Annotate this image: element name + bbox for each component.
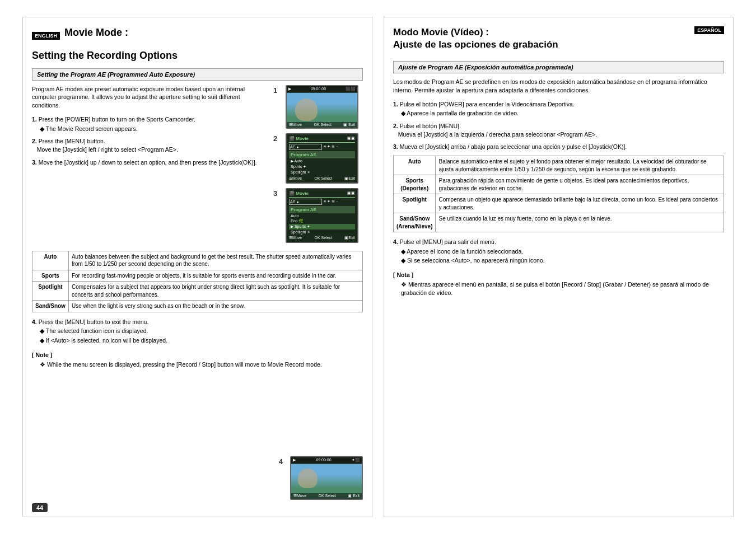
option-label-sports-es: Sports (Deportes) xyxy=(394,175,436,194)
table-row: Sports For recording fast-moving people … xyxy=(32,270,363,282)
option-label-auto-es: Auto xyxy=(394,156,436,175)
option-desc-spotlight-es: Compensa un objeto que aparece demasiado… xyxy=(436,194,724,213)
option-desc-auto: Auto balances between the subject and ba… xyxy=(68,251,362,270)
option-label-sports: Sports xyxy=(32,270,69,282)
right-intro: Los modos de Program AE se predefinen en… xyxy=(393,78,724,94)
right-note: [ Nota ] Mientras aparece el menú en pan… xyxy=(393,271,724,297)
right-title-line2: Ajuste de las opciones de grabación xyxy=(393,39,558,50)
cam-top-bar-1: ▶ 09:00:00 ⬛⬛ xyxy=(287,86,357,92)
right-step-2: 2. Pulse el botón [MENU]. Mueva el [Joys… xyxy=(393,122,724,138)
option-desc-auto-es: Balance automático entre el sujeto y el … xyxy=(436,156,724,175)
option-label-auto: Auto xyxy=(32,251,69,270)
screen-row-3: 3 🎬 Movie ▣▣ AE ● ☀ ✦ ≋ ·· Program AE Au… xyxy=(273,188,363,243)
left-subsection-title: Setting the Program AE (Programmed Auto … xyxy=(32,68,363,81)
left-title-line2: Setting the Recording Options xyxy=(32,50,178,61)
menu-title-3: Program AE xyxy=(289,206,355,213)
table-row: Spotlight Compensa un objeto que aparece… xyxy=(394,194,724,213)
right-steps: 1. Pulse el botón [POWER] para encender … xyxy=(393,100,724,151)
option-label-spotlight: Spotlight xyxy=(32,282,69,301)
right-step-1: 1. Pulse el botón [POWER] para encender … xyxy=(393,100,724,118)
screen-row-4: 4 ▶ 09:00:00 ✦⬛ ☰Move OK Select ▣ Exit xyxy=(279,456,363,500)
cam-time-1: 09:00:00 xyxy=(311,87,326,91)
page-number: 44 xyxy=(32,503,48,512)
option-desc-sandsnow-es: Se utiliza cuando la luz es muy fuerte, … xyxy=(436,213,724,232)
english-badge: ENGLISH xyxy=(32,32,60,40)
left-title-inline: Movie Mode : xyxy=(64,26,128,39)
camera-screenshots-left: 1 ▶ 09:00:00 ⬛⬛ ☰Move OK Select ▣ Exit xyxy=(273,85,363,247)
table-row: Sand/Snow Use when the light is very str… xyxy=(32,301,363,312)
cam-time-4: 09:00:00 xyxy=(316,458,331,462)
right-main-title: Modo Movie (Vídeo) : Ajuste de las opcio… xyxy=(393,26,558,51)
cam-top-bar-4: ▶ 09:00:00 ✦⬛ xyxy=(291,457,362,463)
cam-screen-3: 🎬 Movie ▣▣ AE ● ☀ ✦ ≋ ·· Program AE Auto… xyxy=(286,188,358,243)
right-title-line1: Modo Movie (Vídeo) : xyxy=(393,27,489,38)
right-column: Modo Movie (Vídeo) : Ajuste de las opcio… xyxy=(384,17,734,517)
option-label-spotlight-es: Spotlight xyxy=(394,194,436,213)
left-title-line1: Movie Mode : xyxy=(64,27,128,38)
left-step-4: 4. Press the [MENU] button to exit the m… xyxy=(32,318,363,345)
right-step-3: 3. Mueva el [Joystick] arriba / abajo pa… xyxy=(393,143,724,151)
option-desc-sports-es: Para grabación rápida con movimiento de … xyxy=(436,175,724,194)
option-desc-sports: For recording fast-moving people or obje… xyxy=(68,270,362,282)
right-header: Modo Movie (Vídeo) : Ajuste de las opcio… xyxy=(393,26,724,57)
cam-screen-1: ▶ 09:00:00 ⬛⬛ ☰Move OK Select ▣ Exit xyxy=(286,85,358,129)
option-desc-spotlight: Compensates for a subject that appears t… xyxy=(68,282,362,301)
left-header: ENGLISH Movie Mode : xyxy=(32,26,363,45)
right-subsection-title: Ajuste de Program AE (Exposición automát… xyxy=(393,61,724,73)
option-label-sandsnow-es: Sand/Snow (Arena/Nieve) xyxy=(394,213,436,232)
right-options-table: Auto Balance automático entre el sujeto … xyxy=(393,156,724,232)
cam-screen-2: 🎬 Movie ▣▣ AE ● ☀ ✦ ≋ ·· Program AE ▶ Au… xyxy=(286,133,358,184)
screen-row-1: 1 ▶ 09:00:00 ⬛⬛ ☰Move OK Select ▣ Exit xyxy=(273,85,363,129)
table-row: Auto Auto balances between the subject a… xyxy=(32,251,363,270)
spanish-badge: ESPAÑOL xyxy=(694,26,724,34)
left-column: ENGLISH Movie Mode : Setting the Recordi… xyxy=(22,17,372,517)
cam-bottom-bar-1: ☰Move OK Select ▣ Exit xyxy=(287,122,357,128)
cam-screen-4: ▶ 09:00:00 ✦⬛ ☰Move OK Select ▣ Exit xyxy=(290,456,363,500)
table-row: Sports (Deportes) Para grabación rápida … xyxy=(394,175,724,194)
left-options-table: Auto Auto balances between the subject a… xyxy=(32,251,363,312)
option-desc-sandsnow: Use when the light is very strong such a… xyxy=(68,301,362,312)
left-note-text: While the menu screen is displayed, pres… xyxy=(32,360,363,369)
table-row: Spotlight Compensates for a subject that… xyxy=(32,282,363,301)
table-row: Auto Balance automático entre el sujeto … xyxy=(394,156,724,175)
right-step-4: 4. Pulse el [MENU] para salir del menú. … xyxy=(393,238,724,265)
right-note-text: Mientras aparece el menú en pantalla, si… xyxy=(393,280,724,297)
left-main-title: Setting the Recording Options xyxy=(32,49,363,62)
right-note-title: [ Nota ] xyxy=(393,271,724,278)
option-label-sandsnow: Sand/Snow xyxy=(32,301,69,312)
menu-title-2: Program AE xyxy=(289,151,355,158)
page: ENGLISH Movie Mode : Setting the Recordi… xyxy=(0,0,756,534)
left-note: [ Note ] While the menu screen is displa… xyxy=(32,352,363,369)
table-row: Sand/Snow (Arena/Nieve) Se utiliza cuand… xyxy=(394,213,724,232)
right-title-block: Modo Movie (Vídeo) : Ajuste de las opcio… xyxy=(393,26,558,57)
cam-bottom-bar-4: ☰Move OK Select ▣ Exit xyxy=(291,493,362,499)
left-note-title: [ Note ] xyxy=(32,352,363,358)
screen-row-2: 2 🎬 Movie ▣▣ AE ● ☀ ✦ ≋ ·· Program AE ▶ … xyxy=(273,133,363,184)
